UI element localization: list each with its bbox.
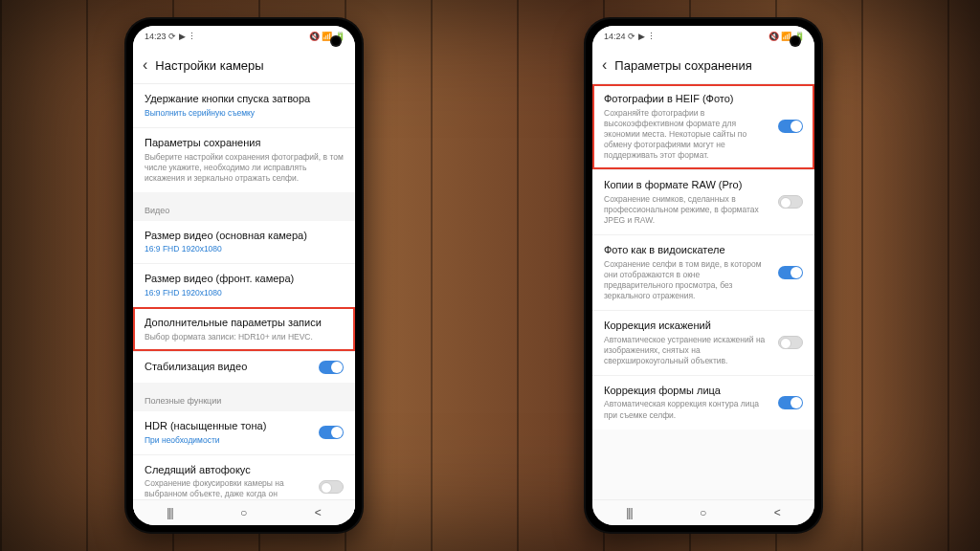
row-title: Следящий автофокус bbox=[145, 464, 344, 477]
row-subtitle: При необходимости bbox=[145, 435, 344, 446]
status-bar: 14:24 ⟳ ▶ ⋮ 🔇 📶 🔋 bbox=[592, 26, 814, 47]
nav-home-icon[interactable]: ○ bbox=[700, 506, 706, 519]
nav-recent-icon[interactable]: ||| bbox=[626, 506, 632, 519]
row-hdr[interactable]: HDR (насыщенные тона) При необходимости bbox=[133, 411, 355, 454]
row-raw[interactable]: Копии в формате RAW (Pro) Сохранение сни… bbox=[592, 169, 814, 234]
row-viewfinder[interactable]: Фото как в видоискателе Сохранение селфи… bbox=[592, 234, 814, 310]
row-subtitle: Автоматическая коррекция контура лица пр… bbox=[604, 399, 803, 420]
row-title: Коррекция искажений bbox=[604, 320, 803, 333]
row-title: Параметры сохранения bbox=[145, 137, 344, 150]
row-video-rear[interactable]: Размер видео (основная камера) 16:9 FHD … bbox=[133, 221, 355, 264]
toggle-heif[interactable] bbox=[778, 120, 803, 133]
back-icon[interactable]: ‹ bbox=[602, 56, 607, 74]
toggle-raw[interactable] bbox=[778, 195, 803, 209]
toggle-hdr[interactable] bbox=[319, 426, 344, 439]
row-title: Размер видео (фронт. камера) bbox=[145, 273, 344, 286]
page-title: Настройки камеры bbox=[155, 58, 263, 73]
toggle-viewfinder[interactable] bbox=[778, 266, 803, 279]
row-subtitle: Сохранение селфи в том виде, в котором о… bbox=[604, 259, 803, 301]
row-shutter-hold[interactable]: Удержание кнопки спуска затвора Выполнит… bbox=[133, 84, 355, 127]
camera-hole-icon bbox=[330, 35, 342, 47]
toggle-face-shape[interactable] bbox=[778, 396, 803, 409]
navigation-bar: ||| ○ < bbox=[133, 499, 355, 525]
row-video-front[interactable]: Размер видео (фронт. камера) 16:9 FHD 19… bbox=[133, 263, 355, 307]
navigation-bar: ||| ○ < bbox=[592, 499, 814, 525]
nav-home-icon[interactable]: ○ bbox=[240, 506, 247, 519]
settings-list[interactable]: Удержание кнопки спуска затвора Выполнит… bbox=[133, 84, 355, 519]
row-title: Стабилизация видео bbox=[145, 361, 344, 374]
phone-right: 14:24 ⟳ ▶ ⋮ 🔇 📶 🔋 ‹ Параметры сохранения… bbox=[584, 17, 823, 534]
status-time: 14:23 bbox=[145, 32, 167, 41]
row-save-options[interactable]: Параметры сохранения Выберите настройки … bbox=[133, 127, 355, 192]
settings-list[interactable]: Фотографии в HEIF (Фото) Сохраняйте фото… bbox=[592, 84, 814, 430]
screen-right: 14:24 ⟳ ▶ ⋮ 🔇 📶 🔋 ‹ Параметры сохранения… bbox=[592, 26, 814, 525]
nav-back-icon[interactable]: < bbox=[315, 506, 322, 519]
status-left-icons: ⟳ ▶ ⋮ bbox=[628, 32, 656, 41]
titlebar: ‹ Настройки камеры bbox=[133, 47, 355, 84]
row-heif[interactable]: Фотографии в HEIF (Фото) Сохраняйте фото… bbox=[592, 84, 814, 169]
nav-recent-icon[interactable]: ||| bbox=[167, 506, 172, 519]
status-bar: 14:23 ⟳ ▶ ⋮ 🔇 📶 🔋 bbox=[133, 26, 355, 47]
toggle-distortion[interactable] bbox=[778, 336, 803, 349]
group-label-video: Видео bbox=[133, 198, 355, 221]
nav-back-icon[interactable]: < bbox=[774, 506, 781, 519]
row-subtitle: Автоматическое устранение искажений на и… bbox=[604, 335, 803, 366]
row-distortion[interactable]: Коррекция искажений Автоматическое устра… bbox=[592, 310, 814, 375]
status-time: 14:24 bbox=[604, 32, 626, 41]
row-subtitle: 16:9 FHD 1920x1080 bbox=[145, 244, 344, 254]
row-title: Фото как в видоискателе bbox=[604, 244, 803, 257]
row-subtitle: Сохранение снимков, сделанных в професси… bbox=[604, 194, 803, 226]
row-subtitle: Выбор формата записи: HDR10+ или HEVC. bbox=[145, 332, 344, 342]
row-title: Копии в формате RAW (Pro) bbox=[604, 179, 803, 192]
page-title: Параметры сохранения bbox=[614, 58, 752, 73]
wood-background: 14:23 ⟳ ▶ ⋮ 🔇 📶 🔋 ‹ Настройки камеры Уде… bbox=[0, 0, 980, 551]
back-icon[interactable]: ‹ bbox=[143, 56, 147, 74]
group-label-useful: Полезные функции bbox=[133, 388, 355, 411]
row-face-shape[interactable]: Коррекция формы лица Автоматическая корр… bbox=[592, 375, 814, 430]
phone-left: 14:23 ⟳ ▶ ⋮ 🔇 📶 🔋 ‹ Настройки камеры Уде… bbox=[124, 17, 364, 534]
row-subtitle: 16:9 FHD 1920x1080 bbox=[145, 288, 344, 298]
row-subtitle: Сохраняйте фотографии в высокоэффективно… bbox=[604, 108, 803, 161]
row-title: Размер видео (основная камера) bbox=[145, 230, 344, 243]
status-left-icons: ⟳ ▶ ⋮ bbox=[168, 32, 196, 41]
camera-hole-icon bbox=[790, 35, 801, 47]
row-title: Фотографии в HEIF (Фото) bbox=[604, 93, 803, 106]
row-title: HDR (насыщенные тона) bbox=[145, 420, 344, 433]
toggle-stabilization[interactable] bbox=[319, 361, 344, 374]
toggle-tracking-af[interactable] bbox=[319, 480, 344, 494]
row-subtitle: Выберите настройки сохранения фотографий… bbox=[145, 152, 344, 184]
row-title: Дополнительные параметры записи bbox=[145, 317, 344, 330]
row-title: Коррекция формы лица bbox=[604, 385, 803, 398]
row-title: Удержание кнопки спуска затвора bbox=[145, 93, 344, 106]
row-advanced-recording[interactable]: Дополнительные параметры записи Выбор фо… bbox=[133, 307, 355, 351]
row-stabilization[interactable]: Стабилизация видео bbox=[133, 351, 355, 383]
screen-left: 14:23 ⟳ ▶ ⋮ 🔇 📶 🔋 ‹ Настройки камеры Уде… bbox=[133, 26, 355, 525]
row-subtitle: Выполнить серийную съемку bbox=[145, 108, 344, 119]
titlebar: ‹ Параметры сохранения bbox=[592, 47, 814, 84]
